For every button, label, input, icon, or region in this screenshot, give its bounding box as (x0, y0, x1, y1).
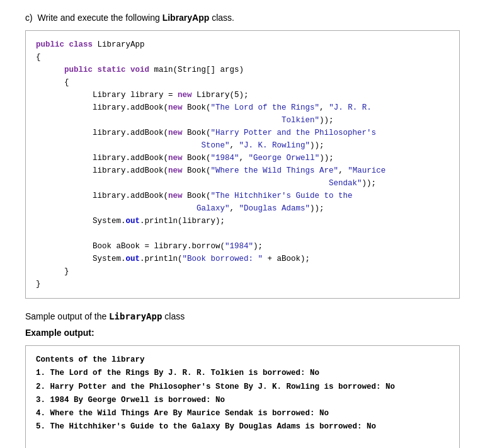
section-label: c) Write and execute the following Libra… (25, 13, 460, 23)
output-line-1: 1. The Lord of the Rings By J. R. R. Tol… (36, 367, 449, 380)
example-output-label: Example output: (25, 328, 460, 338)
libraryapp-bold-title: LibraryApp (163, 13, 210, 23)
output-line-5: 5. The Hitchhiker's Guide to the Galaxy … (36, 420, 449, 434)
output-line-heading: Contents of the library (36, 353, 449, 367)
output-line-2: 2. Harry Potter and the Philosopher's St… (36, 381, 449, 394)
output-line-3: 3. 1984 By George Orwell is borrowed: No (36, 394, 449, 407)
sample-output-label: Sample output of the LibraryApp class (25, 311, 460, 321)
output-line-4: 4. Where the Wild Things Are By Maurice … (36, 407, 449, 420)
output-block: Contents of the library 1. The Lord of t… (25, 345, 460, 448)
libraryapp-bold-sample: LibraryApp (109, 311, 162, 321)
code-block: public class LibraryApp { public static … (25, 30, 460, 299)
